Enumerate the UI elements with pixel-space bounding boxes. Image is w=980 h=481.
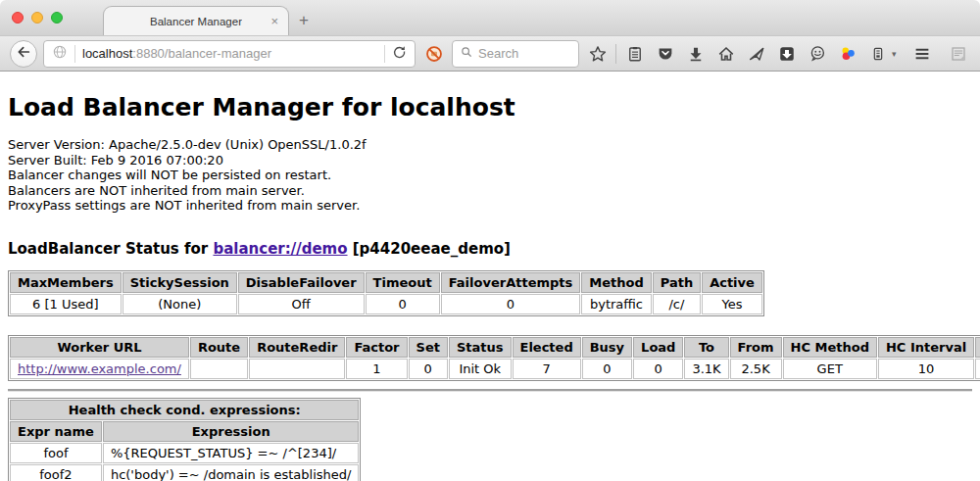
worker-url-link[interactable]: http://www.example.com/: [18, 361, 181, 376]
table-row: 6 [1 Used](None)Off00bytraffic/c/Yes: [10, 294, 762, 314]
table-header-row: MaxMembersStickySessionDisableFailoverTi…: [10, 272, 762, 293]
home-icon[interactable]: [713, 41, 738, 67]
proxypass-inherit-line: ProxyPass settings are NOT inherited fro…: [8, 198, 972, 214]
column-header: MaxMembers: [10, 272, 122, 293]
column-header: From: [730, 337, 782, 358]
table-cell: 3.1K: [684, 359, 728, 379]
heading-suffix: [p4420eeae_demo]: [348, 240, 511, 258]
column-header: Passes: [975, 337, 980, 358]
table-cell: http://www.example.com/: [10, 359, 189, 379]
back-button[interactable]: [10, 40, 37, 68]
search-input[interactable]: [478, 46, 562, 61]
balancer-table-body: MaxMembersStickySessionDisableFailoverTi…: [10, 272, 762, 314]
table-cell: (None): [122, 294, 237, 314]
table-row: http://www.example.com/ 10Init Ok7003.1K…: [10, 359, 980, 379]
column-header: Factor: [346, 337, 407, 358]
address-text[interactable]: localhost:8880/balancer-manager: [82, 46, 377, 61]
server-built-line: Server Built: Feb 9 2016 07:00:20: [8, 153, 972, 168]
table-header-row: Expr nameExpression: [10, 421, 359, 442]
table-cell: 1: [346, 359, 407, 379]
zoom-window-button[interactable]: [51, 12, 63, 24]
table-cell: hc('body') =~ /domain is established/: [103, 464, 360, 481]
balancers-inherit-line: Balancers are NOT inherited from main se…: [8, 183, 972, 199]
url-divider: [384, 45, 385, 63]
table-cell: 0: [633, 359, 683, 379]
sidebar-pages-icon[interactable]: [947, 41, 971, 67]
column-header: To: [684, 337, 728, 358]
column-header: Worker URL: [10, 337, 189, 358]
table-cell: [190, 359, 248, 379]
chat-smiley-icon[interactable]: [805, 41, 829, 67]
table-header-row: Worker URLRouteRouteRedirFactorSetStatus…: [10, 337, 980, 358]
video-download-icon[interactable]: [774, 41, 799, 67]
table-cell: 0: [366, 294, 440, 314]
page-content: Load Balancer Manager for localhost Serv…: [0, 72, 980, 481]
table-cell: 2.5K: [730, 359, 782, 379]
balancer-demo-link[interactable]: balancer://demo: [213, 240, 347, 258]
balancer-status-heading: LoadBalancer Status for balancer://demo …: [8, 240, 972, 258]
column-header: Set: [409, 337, 448, 358]
table-cell: /c/: [653, 294, 701, 314]
url-divider: [74, 45, 75, 63]
column-header: Busy: [582, 337, 632, 358]
table-cell: Yes: [702, 294, 762, 314]
column-header: Method: [581, 272, 651, 293]
server-version-line: Server Version: Apache/2.5.0-dev (Unix) …: [8, 137, 972, 153]
column-header: Elected: [513, 337, 581, 358]
navigation-toolbar: localhost:8880/balancer-manager: [0, 35, 980, 72]
worker-status-table: Worker URLRouteRouteRedirFactorSetStatus…: [8, 335, 980, 381]
chevron-down-icon[interactable]: ▾: [892, 49, 897, 59]
table-cell: foof2: [10, 464, 102, 481]
url-host: localhost: [82, 46, 132, 61]
tab-balancer-manager[interactable]: Balancer Manager ×: [103, 6, 289, 35]
tab-close-icon[interactable]: ×: [270, 14, 278, 28]
worker-table-body: Worker URLRouteRouteRedirFactorSetStatus…: [10, 337, 980, 379]
reload-icon[interactable]: [392, 44, 407, 63]
column-header: HC Method: [783, 337, 877, 358]
table-cell: 0: [409, 359, 448, 379]
column-header: Path: [653, 272, 701, 293]
container-tabs-icon[interactable]: [865, 41, 890, 67]
table-cell: GET: [783, 359, 877, 379]
pocket-icon[interactable]: [653, 41, 677, 67]
table-cell: 10: [878, 359, 974, 379]
column-header: DisableFailover: [238, 272, 365, 293]
close-window-button[interactable]: [12, 12, 24, 24]
horizontal-rule: [8, 389, 972, 391]
url-path: :8880/balancer-manager: [132, 46, 271, 61]
column-header: HC Interval: [878, 337, 974, 358]
column-header: Timeout: [366, 272, 440, 293]
menu-icon[interactable]: [910, 41, 935, 67]
downloads-icon[interactable]: [683, 41, 708, 67]
reading-list-icon[interactable]: [622, 41, 647, 67]
table-row: foof2hc('body') =~ /domain is establishe…: [10, 464, 359, 481]
table-cell: [249, 359, 345, 379]
browser-window: Balancer Manager × + localhost:8880/bala…: [0, 0, 980, 481]
table-cell: foof: [10, 443, 102, 463]
url-bar[interactable]: localhost:8880/balancer-manager: [43, 40, 416, 68]
bookmark-star-icon[interactable]: [585, 41, 610, 67]
table-cell: 1 (0): [975, 359, 980, 379]
table-cell: 6 [1 Used]: [10, 294, 122, 314]
search-box[interactable]: [452, 40, 579, 68]
balancer-status-table: MaxMembersStickySessionDisableFailoverTi…: [8, 270, 764, 316]
colored-dots-icon[interactable]: [835, 41, 859, 67]
minimize-window-button[interactable]: [31, 12, 43, 24]
column-header: Load: [633, 337, 683, 358]
table-row: Health check cond. expressions:: [10, 400, 359, 420]
column-header: Active: [702, 272, 762, 293]
table-cell: 7: [513, 359, 581, 379]
column-header: Route: [190, 337, 248, 358]
health-table-body: Expr nameExpressionfoof%{REQUEST_STATUS}…: [10, 421, 359, 481]
tab-title: Balancer Manager: [150, 16, 242, 27]
column-header: RouteRedir: [249, 337, 345, 358]
site-identity-globe-icon[interactable]: [52, 44, 68, 64]
send-page-icon[interactable]: [744, 41, 768, 67]
column-header: StickySession: [122, 272, 237, 293]
heading-prefix: LoadBalancer Status for: [8, 240, 213, 258]
new-tab-button[interactable]: +: [289, 8, 318, 33]
toolbar-divider: [615, 44, 616, 64]
back-arrow-icon: [16, 44, 31, 64]
table-cell: Off: [238, 294, 365, 314]
adblock-icon[interactable]: [421, 41, 446, 67]
